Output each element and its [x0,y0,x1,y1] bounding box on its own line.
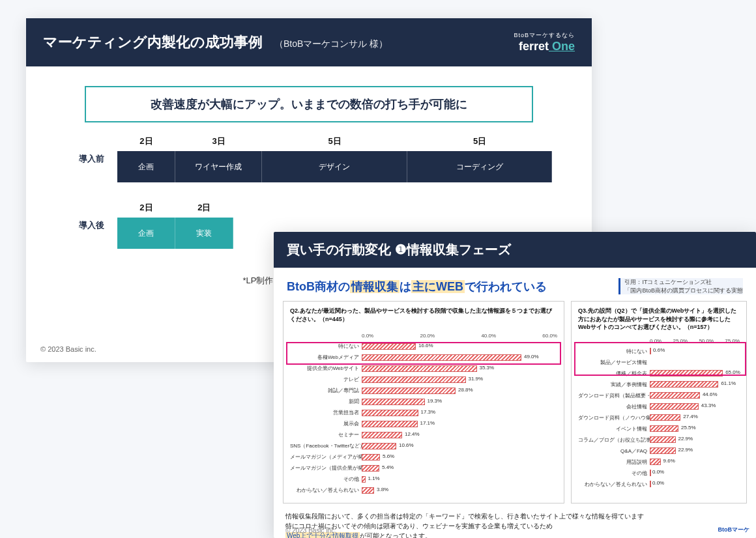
chart-q3-axis: 0.0% 25.0% 50.0% 75.0% [650,338,740,344]
slide-1-title: マーケティング内製化の成功事例 [43,33,263,52]
after-days-1: 2日 [175,202,233,214]
slide-2-subtitle: BtoB商材の情報収集は主にWEBで行われている [287,279,547,294]
slide-1-header: マーケティング内製化の成功事例 （BtoBマーケコンサル 様） BtoBマーケす… [26,18,592,66]
bar-label: ダウンロード資料（製品概要・仕様書等） [578,392,650,399]
bar-value: 9.6% [663,458,675,464]
slide-1-copyright: © 2023 Basic inc. [40,345,96,353]
bar-row: セミナー12.4% [290,430,557,440]
bar-row: 提供企業のWebサイト35.3% [290,363,557,373]
bar-label: わからない／答えられない [578,481,650,488]
bar-value: 5.6% [383,453,394,459]
citation-line-2: 「国内BtoB商材の購買プロセスに関する実態 [624,287,743,295]
before-block-0: 企画 [117,151,175,182]
bar-fill [650,403,699,410]
bar-row: 特にない16.6% [290,341,557,351]
citation-line-1: 引用：ITコミュニケーションズ社 [624,278,743,287]
bar-fill [362,388,456,394]
bar-track: 25.5% [650,425,740,432]
bar-row: Q&A／FAQ22.9% [578,446,740,456]
bar-fill [650,459,661,465]
bar-track: 17.1% [362,421,557,427]
bar-row: 特にない0.6% [578,347,740,356]
bar-label: 会社情報 [578,403,650,410]
bar-row: ダウンロード資料（製品概要・仕様書等）44.6% [578,391,740,401]
bar-value: 17.1% [420,420,435,426]
bar-track: 16.6% [362,343,557,350]
bar-label: SNS（Facebook・Twitterなど） [290,442,362,449]
bar-label: セミナー [290,431,362,438]
after-days-0: 2日 [117,202,175,214]
bar-label: 実績／事例情報 [578,381,650,388]
bar-value: 35.3% [480,365,495,371]
bar-value: 3.8% [377,487,388,492]
bar-row: 会社情報43.3% [578,402,740,412]
bar-label: テレビ [290,376,362,383]
bar-track: 49.0% [362,354,557,361]
bar-track: 0.0% [650,481,740,487]
after-block-1: 実装 [175,218,233,249]
bar-row: コラム／ブログ（お役立ち記事）22.9% [578,435,740,445]
bar-track: 17.3% [362,410,557,416]
bar-track: 3.8% [362,487,557,494]
citation-box: 引用：ITコミュニケーションズ社 「国内BtoB商材の購買プロセスに関する実態 [618,278,743,294]
bar-row: テレビ31.9% [290,375,557,384]
bar-row: 雑誌／専門誌28.8% [290,386,557,395]
sub-c: で行われている [465,280,547,293]
bar-value: 0.0% [652,469,664,475]
bar-fill [650,481,651,487]
bar-label: 雑誌／専門誌 [290,387,362,394]
bar-fill [362,365,477,372]
bar-fill [362,465,379,472]
bar-row: 新聞19.3% [290,397,557,406]
bar-label: 製品／サービス情報 [578,359,650,366]
bar-track [650,359,740,365]
axis-tick: 0.0% [362,333,373,339]
bar-row: 価格／料金表65.0% [578,369,740,378]
bar-value: 25.5% [681,425,696,431]
bar-track: 27.4% [650,414,740,421]
bar-row: わからない／答えられない0.0% [578,479,740,489]
bar-row: 営業担当者17.3% [290,408,557,418]
bar-row: イベント情報25.5% [578,424,740,434]
axis-tick: 0.0% [650,338,662,344]
bar-value: 0.0% [652,480,664,486]
bar-label: 営業担当者 [290,409,362,416]
chart-q2-question: Q2.あなたが最近関わった、製品やサービスを検討する段階で収集した主な情報源を５… [290,307,557,326]
bar-fill [362,376,466,383]
bar-label: 新聞 [290,398,362,405]
chart-q3-question: Q3.先の設問（Q2）で「提供企業のWebサイト」を選択した方におあなたが製品や… [578,307,740,332]
bar-label: 価格／料金表 [578,370,650,377]
bar-label: その他 [578,470,650,477]
bar-label: 特にない [290,343,362,350]
bar-track: 44.6% [650,392,740,399]
before-days-2: 5日 [262,135,407,147]
slide-2-title: 買い手の行動変化 ❶情報収集フェーズ [274,232,756,268]
chart-q2: Q2.あなたが最近関わった、製品やサービスを検討する段階で収集した主な情報源を５… [283,301,564,503]
bar-track: 28.8% [362,388,557,394]
before-block-2: デザイン [262,151,407,182]
bar-row: 各種Webメディア49.0% [290,352,557,362]
sub-hl1: 情報収集 [350,280,400,293]
bar-value: 0.6% [653,347,665,353]
bar-track: 9.6% [650,459,740,465]
bar-row: 製品／サービス情報 [578,358,740,367]
before-days-0: 2日 [117,135,175,147]
bar-label: 各種Webメディア [290,354,362,361]
bar-fill [362,343,416,350]
slide-2-summary: 情報収集段階において、多くの担当者は特定の「キーワード」で検索をし、行き着いたサ… [274,507,756,538]
bar-value: 49.0% [524,354,539,360]
bar-fill [650,381,718,388]
bar-value: 27.4% [683,414,698,419]
bar-track: 5.4% [362,465,557,472]
bar-fill [650,370,723,376]
bar-track: 0.0% [650,470,740,476]
bar-value: 61.1% [721,380,736,386]
slide-1-banner: 改善速度が大幅にアップ。いままでの数倍の打ち手が可能に [85,86,533,122]
bar-label: 提供企業のWebサイト [290,365,362,372]
bar-track: 35.3% [362,365,557,372]
bar-fill [362,476,366,483]
bar-row: 実績／事例情報61.1% [578,380,740,389]
axis-tick: 40.0% [481,333,496,339]
bar-value: 5.4% [382,464,394,470]
slide-2-brand: BtoBマーケ [718,526,750,534]
